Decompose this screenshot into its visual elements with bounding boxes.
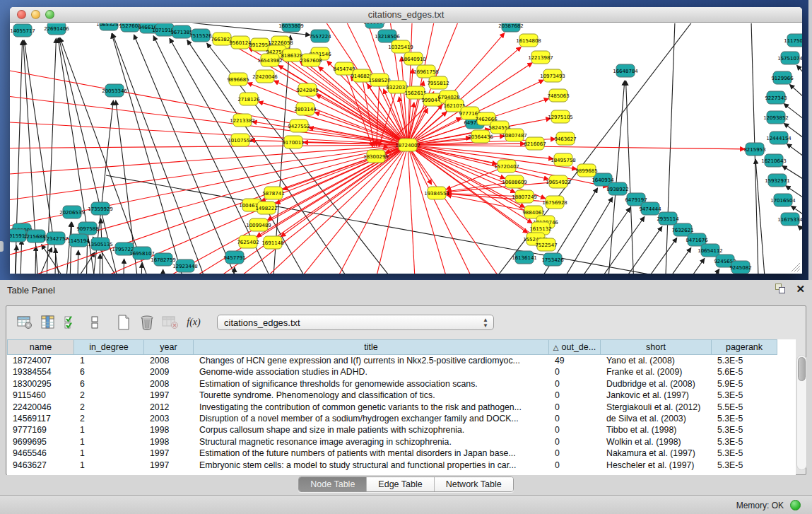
graph-node-15751074[interactable]: 15751074 [777, 52, 802, 64]
cell-pagerank[interactable]: 5.5E-5 [712, 402, 777, 413]
graph-node-17359929[interactable]: 17359929 [88, 202, 113, 215]
graph-node-22420046[interactable]: 22420046 [252, 70, 278, 83]
graph-node-9170011[interactable]: 9170011 [282, 136, 304, 148]
graph-node-9463627[interactable]: 9463627 [554, 132, 576, 145]
table-row[interactable]: 977716911998Corpus callosum shape and si… [7, 424, 796, 436]
graph-node-16756928[interactable]: 16756928 [542, 196, 567, 209]
graph-node-19384554[interactable]: 19384554 [424, 187, 449, 199]
cell-pagerank[interactable]: 5.3E-5 [712, 413, 777, 424]
delete-attribute-icon[interactable] [137, 313, 157, 332]
cell-year[interactable]: 1998 [144, 436, 194, 448]
graph-node-20206535[interactable]: 20206535 [59, 206, 85, 218]
cell-title[interactable]: Tourette syndrome. Phenomenology and cla… [194, 390, 549, 401]
table-select-dropdown[interactable]: citations_edges.txt ▲▼ [217, 315, 494, 330]
cell-out_de[interactable]: 0 [549, 413, 601, 424]
graph-node-9227343[interactable]: 9227343 [765, 91, 787, 104]
cell-pagerank[interactable]: 5.3E-5 [712, 436, 777, 448]
row-height-icon[interactable] [85, 313, 105, 332]
graph-node-2935114[interactable]: 2935114 [657, 212, 679, 225]
graph-node-18640910[interactable]: 18640910 [401, 52, 426, 65]
cell-year[interactable]: 2008 [144, 355, 194, 366]
graph-node-16154808[interactable]: 16154808 [516, 34, 541, 47]
graph-node-10099489[interactable]: 10099489 [246, 218, 271, 231]
graph-node-9560124[interactable]: 9560124 [229, 36, 252, 49]
graph-node-20364436[interactable]: 20364436 [468, 130, 493, 143]
graph-node-9899685[interactable]: 9899685 [575, 164, 597, 177]
tab-network-table[interactable]: Network Table [434, 477, 513, 491]
graph-node-10807487[interactable]: 10807487 [502, 129, 527, 141]
network-window-titlebar[interactable]: citations_edges.txt [10, 7, 802, 23]
cell-pagerank[interactable]: 5.3E-5 [712, 355, 777, 366]
graph-node-9474444[interactable]: 9474444 [639, 202, 661, 215]
cell-short[interactable]: Franke et al. (2009) [601, 366, 712, 378]
graph-node-12342757[interactable]: 12342757 [43, 232, 69, 245]
network-window[interactable]: citations_edges.txt 18724007140557172269… [10, 7, 802, 274]
graph-node-1753426[interactable]: 1753426 [541, 253, 564, 266]
graph-node-9245082[interactable]: 9245082 [729, 261, 751, 274]
cell-pagerank[interactable]: 5.3E-5 [712, 424, 777, 436]
graph-node-10653257[interactable]: 10653257 [96, 23, 122, 30]
select-columns-icon[interactable] [38, 313, 58, 332]
graph-node-8215953[interactable]: 8215953 [743, 143, 765, 156]
cell-title[interactable]: Disruption of a novel member of a sodium… [194, 413, 549, 424]
graph-node-12213987[interactable]: 12213987 [528, 51, 553, 64]
cell-title[interactable]: Changes of HCN gene expression and I(f) … [194, 355, 549, 366]
graph-node-1498222[interactable]: 1498222 [255, 201, 277, 214]
cell-name[interactable]: 9465546 [7, 448, 74, 459]
cell-short[interactable]: Yano et al. (2008) [601, 355, 712, 366]
table-row[interactable]: 946554611997Estimation of the future num… [7, 448, 796, 459]
function-builder-icon[interactable]: f(x) [184, 313, 204, 332]
cell-title[interactable]: Investigating the contribution of common… [194, 402, 549, 413]
graph-node-1145194[interactable]: 1145194 [67, 234, 90, 247]
cell-out_de[interactable]: 0 [549, 448, 601, 459]
graph-node-7955812[interactable]: 7955812 [427, 76, 449, 89]
graph-node-12923448[interactable]: 12923448 [172, 259, 198, 272]
graph-node-2718126[interactable]: 2718126 [237, 93, 260, 105]
cell-pagerank[interactable]: 5.6E-5 [712, 366, 777, 378]
graph-node-11175074[interactable]: 11175074 [784, 34, 802, 47]
graph-node-16543982[interactable]: 16543982 [257, 54, 283, 66]
cell-out_de[interactable]: 0 [549, 424, 601, 436]
graph-node-7485063[interactable]: 7485063 [547, 89, 569, 102]
cell-in_degree[interactable]: 1 [74, 460, 144, 471]
table-row[interactable]: 1830029562008Estimation of significance … [7, 378, 796, 390]
graph-node-9129966[interactable]: 9129966 [771, 71, 794, 84]
graph-node-18807249[interactable]: 18807249 [512, 190, 537, 203]
table-row[interactable]: 1938455462009Genome-wide association stu… [7, 366, 796, 378]
column-header-short[interactable]: short [601, 339, 712, 355]
graph-node-13505135[interactable]: 13505135 [88, 238, 113, 250]
graph-node-12213382[interactable]: 12213382 [230, 114, 255, 127]
cell-short[interactable]: Nakamura et al. (1997) [601, 448, 712, 459]
collapsed-panel-handle[interactable] [0, 241, 4, 252]
graph-node-12975105[interactable]: 12975105 [548, 110, 573, 123]
table-row[interactable]: 911546021997Tourette syndrome. Phenomeno… [7, 390, 796, 401]
cell-in_degree[interactable]: 6 [74, 366, 144, 378]
graph-node-18300295[interactable]: 18300295 [363, 150, 389, 163]
table-scrollbar-thumb[interactable] [798, 357, 806, 381]
column-header-year[interactable]: year [144, 339, 194, 355]
column-header-name[interactable]: name [7, 339, 74, 355]
graph-node-5878741[interactable]: 5878741 [262, 187, 284, 199]
graph-node-8813054[interactable]: 8813054 [363, 23, 386, 28]
graph-node-20053346[interactable]: 20053346 [102, 84, 127, 97]
cell-name[interactable]: 9699695 [7, 436, 74, 448]
column-header-title[interactable]: title [194, 339, 549, 355]
graph-node-16648784[interactable]: 16648784 [613, 64, 638, 77]
graph-node-9097588[interactable]: 9097588 [76, 222, 98, 235]
graph-node-16136141[interactable]: 16136141 [512, 251, 537, 264]
graph-node-22691406[interactable]: 22691406 [44, 23, 69, 35]
cell-name[interactable]: 22420046 [7, 402, 74, 413]
cell-short[interactable]: Wolkin et al. (1998) [601, 436, 712, 448]
resize-grip-icon[interactable] [789, 261, 801, 272]
graph-node-7522547[interactable]: 7522547 [535, 238, 557, 251]
graph-node-9427552[interactable]: 9427552 [288, 119, 310, 132]
graph-node-16961758[interactable]: 16961758 [413, 65, 439, 78]
select-attributes-icon[interactable] [61, 313, 81, 332]
cell-in_degree[interactable]: 1 [74, 424, 144, 436]
cell-out_de[interactable]: 49 [549, 355, 601, 366]
cell-name[interactable]: 19384554 [7, 366, 74, 378]
cell-out_de[interactable]: 0 [549, 390, 601, 401]
cell-out_de[interactable]: 0 [549, 460, 601, 471]
table-row[interactable]: 1872400712008Changes of HCN gene express… [7, 355, 796, 366]
new-attribute-icon[interactable] [114, 313, 134, 332]
